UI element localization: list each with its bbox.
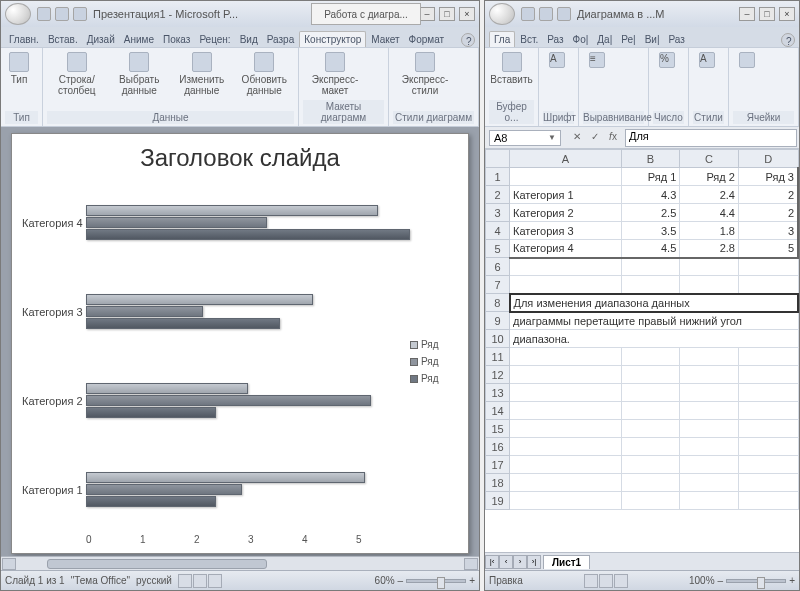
cell[interactable]: 3 (738, 222, 798, 240)
tab-slideshow[interactable]: Показ (159, 32, 194, 47)
bar-series-3[interactable] (86, 318, 280, 329)
cell[interactable] (738, 348, 798, 366)
prev-sheet-icon[interactable]: ‹ (499, 555, 513, 569)
col-header[interactable]: C (680, 150, 739, 168)
cell[interactable] (510, 168, 622, 186)
cell[interactable] (510, 366, 622, 384)
cell[interactable] (680, 492, 739, 510)
select-all-corner[interactable] (486, 150, 510, 168)
row-header[interactable]: 6 (486, 258, 510, 276)
tab-home[interactable]: Гла (489, 31, 515, 47)
bar-series-1[interactable] (86, 383, 248, 394)
cell[interactable]: 3.5 (621, 222, 680, 240)
row-header[interactable]: 2 (486, 186, 510, 204)
cell[interactable] (510, 456, 622, 474)
cell[interactable] (680, 276, 739, 294)
cell[interactable] (738, 420, 798, 438)
refresh-data-button[interactable]: Обновить данные (235, 50, 295, 98)
cell[interactable] (510, 492, 622, 510)
tab-pagelayout[interactable]: Раз (543, 32, 567, 47)
row-header[interactable]: 11 (486, 348, 510, 366)
cell[interactable]: диаграммы перетащите правый нижний угол (510, 312, 799, 330)
bar-series-3[interactable] (86, 496, 216, 507)
quick-access-toolbar[interactable] (37, 7, 87, 21)
font-group-button[interactable]: A (543, 50, 571, 70)
edit-data-button[interactable]: Изменить данные (172, 50, 232, 98)
worksheet-grid[interactable]: ABCD1Ряд 1Ряд 2Ряд 32Категория 14.32.423… (485, 149, 799, 552)
cell[interactable]: Категория 3 (510, 222, 622, 240)
tab-chart-layout[interactable]: Макет (367, 32, 403, 47)
cell[interactable] (680, 258, 739, 276)
quick-layout-button[interactable]: Экспресс-макет (303, 50, 367, 98)
enter-icon[interactable]: ✓ (587, 130, 603, 146)
row-header[interactable]: 10 (486, 330, 510, 348)
help-icon[interactable]: ? (461, 33, 475, 47)
cell[interactable] (738, 402, 798, 420)
cell[interactable] (621, 348, 680, 366)
redo-icon[interactable] (557, 7, 571, 21)
save-icon[interactable] (521, 7, 535, 21)
sheet-tab-1[interactable]: Лист1 (543, 555, 590, 569)
row-header[interactable]: 4 (486, 222, 510, 240)
zoom-in-icon[interactable]: + (469, 575, 475, 586)
cell[interactable] (510, 348, 622, 366)
row-header[interactable]: 9 (486, 312, 510, 330)
bar-series-2[interactable] (86, 484, 242, 495)
cell[interactable] (738, 366, 798, 384)
zoom-out-icon[interactable]: – (398, 575, 404, 586)
cell[interactable]: 2.4 (680, 186, 739, 204)
slide-title[interactable]: Заголовок слайда (22, 144, 458, 172)
select-data-button[interactable]: Выбрать данные (110, 50, 170, 98)
cell[interactable] (621, 276, 680, 294)
row-header[interactable]: 1 (486, 168, 510, 186)
cell[interactable] (621, 438, 680, 456)
tab-review[interactable]: Ре| (617, 32, 639, 47)
cell[interactable] (680, 420, 739, 438)
scroll-left-icon[interactable] (2, 558, 16, 570)
row-header[interactable]: 16 (486, 438, 510, 456)
cell[interactable] (510, 474, 622, 492)
bar-series-1[interactable] (86, 294, 313, 305)
minimize-icon[interactable]: – (739, 7, 755, 21)
quick-styles-button[interactable]: Экспресс-стили (393, 50, 457, 98)
cell[interactable] (680, 366, 739, 384)
first-sheet-icon[interactable]: |‹ (485, 555, 499, 569)
tab-view[interactable]: Ви| (641, 32, 664, 47)
cell[interactable] (680, 474, 739, 492)
cell[interactable] (738, 456, 798, 474)
cell[interactable]: Категория 4 (510, 240, 622, 258)
cell[interactable]: диапазона. (510, 330, 799, 348)
cell[interactable] (738, 384, 798, 402)
row-header[interactable]: 19 (486, 492, 510, 510)
cell[interactable] (738, 492, 798, 510)
tab-data[interactable]: Да| (593, 32, 616, 47)
scroll-right-icon[interactable] (464, 558, 478, 570)
bar-series-2[interactable] (86, 306, 203, 317)
maximize-icon[interactable]: □ (759, 7, 775, 21)
switch-row-column-button[interactable]: Строка/столбец (47, 50, 107, 98)
alignment-group-button[interactable]: ≡ (583, 50, 611, 70)
cell[interactable] (510, 438, 622, 456)
minimize-icon[interactable]: – (419, 7, 435, 21)
tab-design[interactable]: Дизай (83, 32, 119, 47)
cell[interactable] (680, 438, 739, 456)
row-header[interactable]: 13 (486, 384, 510, 402)
tab-insert[interactable]: Встав. (44, 32, 82, 47)
cell[interactable]: Ряд 1 (621, 168, 680, 186)
chart-type-button[interactable]: Тип (5, 50, 33, 87)
normal-view-icon[interactable] (178, 574, 192, 588)
formula-bar[interactable]: Для (625, 129, 797, 147)
cell[interactable]: 2.5 (621, 204, 680, 222)
cell[interactable]: 2 (738, 204, 798, 222)
zoom-in-icon[interactable]: + (789, 575, 795, 586)
zoom-level[interactable]: 100% (689, 575, 715, 586)
close-icon[interactable]: × (779, 7, 795, 21)
bar-series-2[interactable] (86, 217, 267, 228)
row-header[interactable]: 17 (486, 456, 510, 474)
save-icon[interactable] (37, 7, 51, 21)
cell[interactable] (738, 258, 798, 276)
horizontal-scrollbar[interactable] (1, 556, 479, 570)
cell[interactable]: 2.8 (680, 240, 739, 258)
next-sheet-icon[interactable]: › (513, 555, 527, 569)
cell[interactable]: Ряд 2 (680, 168, 739, 186)
